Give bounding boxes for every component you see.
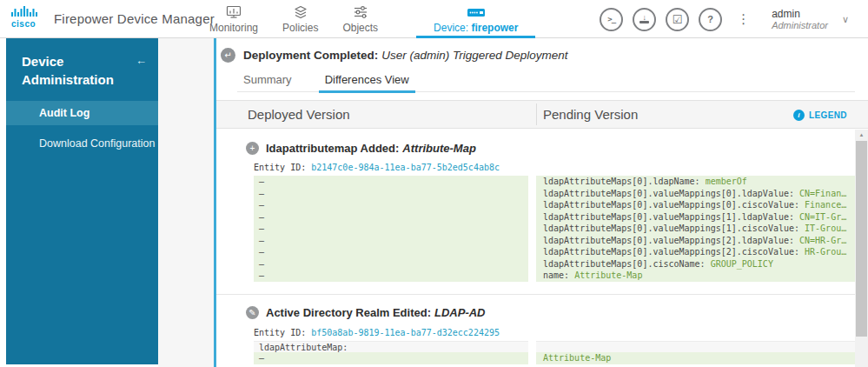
event-tabs: Summary Differences View bbox=[237, 73, 855, 92]
objects-icon bbox=[353, 5, 368, 19]
tab-summary[interactable]: Summary bbox=[237, 73, 298, 91]
deployment-event-icon: ↵ bbox=[221, 48, 235, 63]
more-options-icon: ⋮ bbox=[737, 11, 750, 26]
section-title: ldapattributemap Added:Attribute-Map bbox=[266, 142, 476, 155]
legend-icon: i bbox=[793, 110, 805, 121]
legend-label: LEGEND bbox=[809, 110, 847, 120]
sidebar-item-label: Download Configuration bbox=[39, 137, 155, 150]
pending-version-cell: name: Attribute-Map bbox=[536, 270, 855, 282]
deployed-version-cell: – bbox=[254, 270, 528, 282]
more-options-button[interactable]: ⋮ bbox=[732, 11, 755, 27]
deployed-version-cell: – bbox=[254, 223, 528, 235]
deployment-event-title: Deployment Completed:User (admin) Trigge… bbox=[243, 49, 568, 62]
section-title: Active Directory Realm Edited:LDAP-AD bbox=[266, 306, 486, 319]
diff-row: –ldapAttributeMaps[0].ciscoName: GROUP_P… bbox=[254, 258, 855, 270]
sidebar-title: Device Administration ← bbox=[6, 38, 158, 101]
deployed-version-cell: – bbox=[254, 258, 528, 270]
column-divider bbox=[536, 103, 537, 125]
diff-row: –ldapAttributeMaps[0].valueMappings[0].l… bbox=[254, 188, 855, 200]
edited-icon: ✎ bbox=[246, 306, 259, 319]
pending-version-cell: Attribute-Map bbox=[536, 352, 855, 364]
sidebar-item-label: Audit Log bbox=[39, 107, 89, 119]
column-gutter bbox=[528, 352, 536, 364]
column-gutter bbox=[528, 176, 536, 188]
diff-rows: –ldapAttributeMaps[0].ldapName: memberOf… bbox=[254, 176, 855, 282]
diff-row: –Attribute-Map bbox=[254, 352, 855, 364]
nav-label: Device: firepower bbox=[434, 22, 518, 34]
nav-item-device[interactable]: Device: firepower bbox=[416, 0, 535, 38]
app-title: Firepower Device Manager bbox=[54, 11, 215, 26]
section-header: ✎Active Directory Realm Edited:LDAP-AD bbox=[246, 306, 855, 320]
diff-rows: ldapAttributeMap:–Attribute-Map bbox=[254, 341, 855, 364]
column-gutter bbox=[528, 188, 536, 200]
pending-version-column-header: Pending Version bbox=[543, 101, 638, 130]
entity-id-row: Entity ID: bf50a8ab-9819-11ea-ba77-d32ec… bbox=[254, 328, 855, 337]
deployed-version-cell: – bbox=[254, 188, 528, 200]
tasks-button[interactable]: ☑ bbox=[666, 8, 689, 31]
diff-section: +ldapattributemap Added:Attribute-MapEnt… bbox=[216, 130, 855, 282]
chevron-down-icon: ∨ bbox=[842, 14, 849, 25]
top-navigation-bar: cisco Firepower Device Manager Monitorin… bbox=[0, 0, 868, 38]
entity-id-link[interactable]: bf50a8ab-9819-11ea-ba77-d32ecc224295 bbox=[311, 328, 500, 337]
brand: cisco Firepower Device Manager bbox=[9, 4, 215, 32]
diff-row: –ldapAttributeMaps[0].valueMappings[0].c… bbox=[254, 199, 855, 211]
diff-row: –ldapAttributeMaps[0].valueMappings[1].c… bbox=[254, 223, 855, 235]
nav-label: Objects bbox=[342, 22, 378, 34]
firepower-device-manager-app: cisco Firepower Device Manager Monitorin… bbox=[0, 0, 868, 367]
diff-row: –ldapAttributeMaps[0].valueMappings[1].l… bbox=[254, 211, 855, 224]
device-name: firepower bbox=[471, 22, 518, 34]
tasks-icon: ☑ bbox=[673, 13, 683, 26]
deployed-version-cell: ldapAttributeMap: bbox=[254, 341, 528, 353]
deploy-button[interactable]: ↓ bbox=[633, 8, 656, 31]
monitoring-icon bbox=[226, 5, 242, 19]
top-action-buttons: >_ ↓ ☑ ? ⋮ admin Administrator ∨ bbox=[600, 0, 849, 38]
deployed-version-cell: – bbox=[254, 352, 528, 364]
column-gutter bbox=[528, 223, 536, 235]
deployed-version-cell: – bbox=[254, 199, 528, 211]
policies-icon bbox=[293, 5, 308, 19]
deploy-icon: ↓ bbox=[639, 15, 649, 23]
nav-label: Monitoring bbox=[209, 22, 258, 34]
nav-item-monitoring[interactable]: Monitoring bbox=[197, 0, 270, 38]
version-columns-header: Deployed Version Pending Version i LEGEN… bbox=[216, 100, 868, 129]
scroll-up-arrow-icon[interactable]: ▲ bbox=[855, 130, 868, 140]
entity-id-row: Entity ID: b2147c0e-984a-11ea-ba77-5b2ed… bbox=[254, 163, 855, 172]
sidebar-item-audit-log[interactable]: Audit Log bbox=[6, 101, 158, 125]
nav-item-objects[interactable]: Objects bbox=[330, 0, 390, 38]
diff-row: –ldapAttributeMaps[0].ldapName: memberOf bbox=[254, 176, 855, 188]
deployed-version-column-header: Deployed Version bbox=[248, 101, 350, 130]
tab-differences-view[interactable]: Differences View bbox=[319, 73, 415, 93]
deployed-version-cell: – bbox=[254, 211, 528, 224]
nav-label: Policies bbox=[282, 22, 318, 34]
svg-text:cisco: cisco bbox=[11, 19, 36, 29]
column-gutter bbox=[528, 341, 536, 353]
diff-row: –name: Attribute-Map bbox=[254, 270, 855, 282]
pending-version-cell: ldapAttributeMaps[0].ciscoName: GROUP_PO… bbox=[536, 258, 855, 270]
deployment-event-header: ↵ Deployment Completed:User (admin) Trig… bbox=[221, 45, 568, 64]
help-icon: ? bbox=[707, 14, 713, 24]
vertical-scrollbar[interactable]: ▲ bbox=[855, 130, 868, 367]
legend-button[interactable]: i LEGEND bbox=[793, 101, 847, 130]
main-nav: Monitoring Policies Obje bbox=[197, 0, 535, 38]
diff-row: –ldapAttributeMaps[0].valueMappings[2].l… bbox=[254, 235, 855, 247]
pending-version-cell: ldapAttributeMaps[0].valueMappings[0].ci… bbox=[536, 199, 855, 211]
column-gutter bbox=[528, 211, 536, 224]
nav-item-policies[interactable]: Policies bbox=[270, 0, 330, 38]
collapse-sidebar-icon[interactable]: ← bbox=[136, 51, 147, 70]
pending-version-cell: ldapAttributeMaps[0].valueMappings[0].ld… bbox=[536, 188, 855, 200]
cli-console-button[interactable]: >_ bbox=[600, 8, 623, 31]
column-gutter bbox=[528, 246, 536, 258]
sidebar-device-administration: Device Administration ← Audit Log Downlo… bbox=[6, 38, 158, 364]
added-icon: + bbox=[246, 142, 259, 155]
help-button[interactable]: ? bbox=[699, 8, 722, 31]
section-header: +ldapattributemap Added:Attribute-Map bbox=[246, 141, 855, 155]
sidebar-item-download-configuration[interactable]: Download Configuration bbox=[6, 131, 158, 156]
column-gutter bbox=[528, 270, 536, 282]
user-role: Administrator bbox=[772, 20, 828, 31]
scrollbar-thumb[interactable] bbox=[856, 141, 867, 337]
audit-event-panel: ↵ Deployment Completed:User (admin) Trig… bbox=[214, 38, 868, 367]
user-menu[interactable]: admin Administrator ∨ bbox=[772, 8, 849, 31]
diff-row: ldapAttributeMap: bbox=[254, 341, 855, 353]
entity-id-link[interactable]: b2147c0e-984a-11ea-ba77-5b2ed5c4ab8c bbox=[311, 163, 500, 172]
device-icon bbox=[467, 5, 486, 19]
